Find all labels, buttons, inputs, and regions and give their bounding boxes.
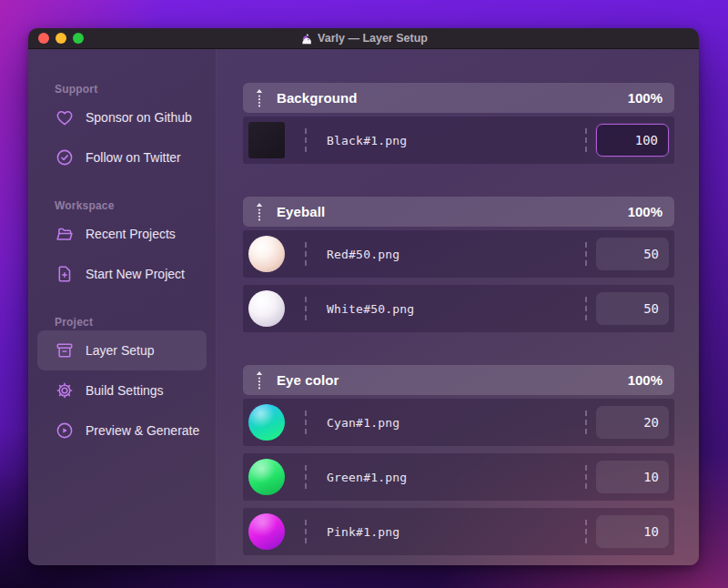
drag-handle-icon[interactable] [254, 202, 265, 222]
group-title: Eye color [277, 372, 339, 388]
layer-row: Pink#1.png [243, 508, 674, 555]
sidebar-item-preview-generate[interactable]: Preview & Generate [37, 411, 207, 451]
divider [585, 411, 587, 434]
sidebar-item-sponsor-on-github[interactable]: Sponsor on Github [37, 97, 207, 137]
section-label: Workspace [55, 199, 216, 214]
titlebar: Varly — Layer Setup [28, 28, 699, 49]
group-weight: 100% [628, 372, 662, 388]
layer-weight-input[interactable] [596, 238, 669, 270]
layer-thumbnail-white-sphere [248, 290, 285, 327]
divider [305, 465, 307, 489]
layer-filename: White#50.png [327, 302, 414, 316]
group-header: Eyeball 100% [243, 197, 674, 227]
sidebar-item-follow-on-twitter[interactable]: Follow on Twitter [37, 137, 207, 177]
layer-weight-input[interactable] [596, 124, 669, 157]
zoom-button[interactable] [73, 33, 84, 44]
layer-group-background: Background 100% Black#1.png [243, 83, 674, 164]
sidebar-item-layer-setup[interactable]: Layer Setup [37, 330, 207, 370]
layer-filename: Pink#1.png [327, 525, 399, 539]
traffic-lights [38, 28, 84, 48]
layer-filename: Red#50.png [327, 248, 399, 261]
sidebar-item-label: Start New Project [86, 267, 185, 281]
divider [305, 411, 307, 434]
gear-icon [55, 380, 75, 400]
group-title: Eyeball [277, 204, 325, 219]
sidebar-section-support: Support Sponsor on Github Follow on Twit… [28, 83, 216, 177]
document-plus-icon [55, 264, 75, 284]
app-window: Varly — Layer Setup Support Sponsor on G… [28, 28, 699, 565]
divider [305, 128, 307, 152]
group-title: Background [277, 90, 358, 106]
group-weight: 100% [628, 204, 662, 219]
group-header: Eye color 100% [243, 365, 674, 395]
layer-weight-input[interactable] [596, 515, 669, 548]
sidebar-item-label: Build Settings [86, 383, 164, 398]
window-title-text: Varly — Layer Setup [318, 32, 428, 45]
divider [305, 297, 307, 320]
layer-row: Green#1.png [243, 453, 674, 501]
divider [585, 465, 587, 489]
sidebar-item-label: Preview & Generate [86, 423, 199, 438]
window-content: Support Sponsor on Github Follow on Twit… [28, 49, 699, 565]
sidebar-section-workspace: Workspace Recent Projects Start [28, 199, 216, 294]
layer-thumbnail-pink-sphere [248, 513, 285, 550]
divider [585, 297, 587, 320]
close-button[interactable] [38, 33, 49, 44]
layer-group-eyeball: Eyeball 100% Red#50.png White [243, 197, 674, 332]
section-label: Project [55, 316, 216, 330]
layer-row: Black#1.png [243, 117, 674, 164]
layer-filename: Cyan#1.png [327, 416, 399, 430]
layer-row: Cyan#1.png [243, 399, 674, 446]
drag-handle-icon[interactable] [254, 88, 265, 108]
drag-handle-icon[interactable] [254, 370, 265, 390]
divider [305, 520, 307, 543]
sidebar-section-project: Project Layer Setup [28, 316, 216, 451]
layer-weight-input[interactable] [596, 461, 669, 493]
folder-open-icon [55, 224, 75, 244]
sidebar-item-recent-projects[interactable]: Recent Projects [37, 214, 207, 254]
layer-weight-input[interactable] [596, 292, 669, 325]
layer-filename: Black#1.png [327, 134, 407, 147]
heart-icon [55, 107, 75, 127]
group-weight: 100% [628, 90, 662, 106]
divider [585, 242, 587, 266]
window-title: Varly — Layer Setup [299, 32, 428, 46]
layer-group-eye-color: Eye color 100% Cyan#1.png Gre [243, 365, 674, 555]
layer-thumbnail-red-sphere [248, 236, 285, 272]
sidebar-item-label: Recent Projects [86, 227, 176, 241]
layer-thumbnail-cyan-sphere [248, 404, 285, 441]
divider [305, 242, 307, 266]
sidebar: Support Sponsor on Github Follow on Twit… [28, 49, 217, 565]
unicorn-app-icon [299, 32, 313, 46]
divider [585, 520, 587, 543]
badge-check-icon [55, 147, 75, 167]
layer-row: Red#50.png [243, 230, 674, 278]
divider [585, 128, 587, 152]
layer-thumbnail-green-sphere [248, 459, 285, 495]
sidebar-item-label: Layer Setup [86, 343, 155, 358]
sidebar-item-build-settings[interactable]: Build Settings [37, 370, 207, 411]
layer-row: White#50.png [243, 285, 674, 332]
section-label: Support [55, 83, 216, 97]
sidebar-item-label: Sponsor on Github [86, 110, 192, 125]
layer-weight-input[interactable] [596, 406, 669, 439]
layer-filename: Green#1.png [327, 471, 407, 484]
sidebar-item-label: Follow on Twitter [86, 150, 181, 165]
minimize-button[interactable] [56, 33, 66, 44]
layer-thumbnail-black [248, 122, 285, 158]
desktop-wallpaper: Varly — Layer Setup Support Sponsor on G… [0, 0, 728, 588]
group-header: Background 100% [243, 83, 674, 113]
layer-setup-panel: Background 100% Black#1.png [217, 49, 699, 565]
play-circle-icon [55, 421, 75, 441]
sidebar-item-start-new-project[interactable]: Start New Project [37, 254, 207, 294]
archive-box-icon [55, 340, 75, 360]
